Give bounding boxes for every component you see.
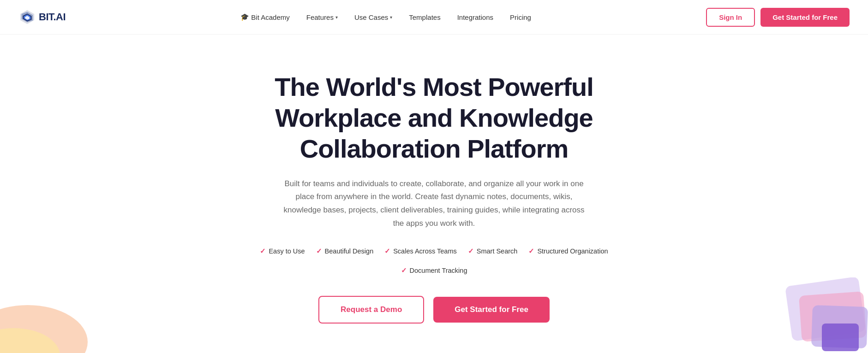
features-chevron-icon: ▾ — [335, 15, 338, 20]
nav-link-use-cases[interactable]: Use Cases ▾ — [354, 13, 392, 21]
hero-content: The World's Most Powerful Workplace and … — [236, 71, 633, 324]
navbar-actions: Sign In Get Started for Free — [706, 8, 850, 27]
main-nav: 🎓 Bit Academy Features ▾ Use Cases ▾ Tem… — [240, 13, 531, 21]
hero-subtitle: Built for teams and individuals to creat… — [277, 177, 591, 231]
nav-item-features[interactable]: Features ▾ — [306, 13, 338, 21]
nav-link-academy[interactable]: 🎓 Bit Academy — [240, 13, 289, 21]
hero-section: The World's Most Powerful Workplace and … — [0, 35, 868, 353]
nav-item-use-cases[interactable]: Use Cases ▾ — [354, 13, 392, 21]
nav-link-integrations[interactable]: Integrations — [457, 13, 493, 21]
logo[interactable]: BIT.AI — [18, 8, 66, 26]
nav-link-templates[interactable]: Templates — [409, 13, 440, 21]
navbar: BIT.AI 🎓 Bit Academy Features ▾ Use Case… — [0, 0, 868, 35]
nav-item-templates[interactable]: Templates — [409, 13, 440, 21]
nav-get-started-button[interactable]: Get Started for Free — [760, 8, 850, 27]
nav-item-academy[interactable]: 🎓 Bit Academy — [240, 13, 289, 21]
feature-structured-organization: ✓ Structured Organization — [528, 247, 608, 255]
brand-name: BIT.AI — [39, 11, 66, 23]
feature-easy-to-use: ✓ Easy to Use — [260, 247, 305, 255]
check-icon-easy-to-use: ✓ — [260, 247, 266, 255]
request-demo-button[interactable]: Request a Demo — [318, 296, 424, 324]
check-icon-beautiful-design: ✓ — [316, 247, 322, 255]
check-icon-scales-across-teams: ✓ — [384, 247, 390, 255]
check-icon-structured-organization: ✓ — [528, 247, 534, 255]
signin-button[interactable]: Sign In — [706, 8, 755, 27]
hero-get-started-button[interactable]: Get Started for Free — [433, 297, 550, 323]
use-cases-chevron-icon: ▾ — [390, 15, 392, 20]
logo-icon — [18, 8, 36, 26]
hero-title: The World's Most Powerful Workplace and … — [236, 71, 633, 165]
feature-smart-search: ✓ Smart Search — [468, 247, 518, 255]
feature-beautiful-design: ✓ Beautiful Design — [316, 247, 374, 255]
check-icon-document-tracking: ✓ — [401, 266, 407, 275]
nav-link-features[interactable]: Features ▾ — [306, 13, 338, 21]
hero-features-list: ✓ Easy to Use ✓ Beautiful Design ✓ Scale… — [236, 247, 633, 275]
hero-buttons: Request a Demo Get Started for Free — [236, 296, 633, 324]
svg-rect-10 — [822, 324, 859, 351]
nav-item-integrations[interactable]: Integrations — [457, 13, 493, 21]
hero-decor-right — [748, 277, 868, 353]
nav-link-pricing[interactable]: Pricing — [510, 13, 531, 21]
check-icon-smart-search: ✓ — [468, 247, 474, 255]
hero-decor-left — [0, 259, 102, 353]
feature-document-tracking: ✓ Document Tracking — [401, 266, 467, 275]
nav-item-pricing[interactable]: Pricing — [510, 13, 531, 21]
feature-scales-across-teams: ✓ Scales Across Teams — [384, 247, 457, 255]
academy-icon: 🎓 — [240, 13, 249, 21]
